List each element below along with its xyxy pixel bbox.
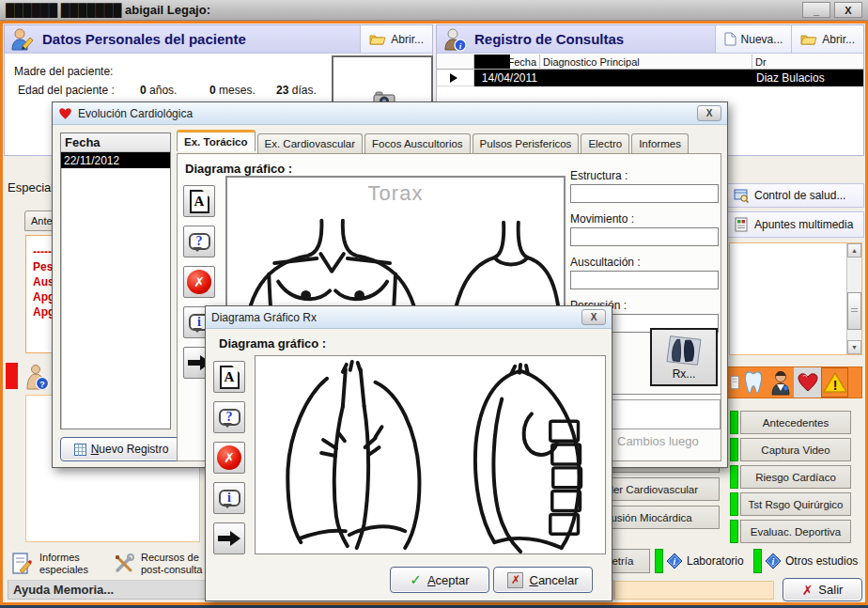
cardiology-tool-button-active[interactable] <box>794 367 821 398</box>
evaluacion-deportiva-button[interactable]: Evaluac. Deportiva <box>740 520 851 543</box>
cancel-x-icon: ✗ <box>507 572 523 588</box>
svg-text:i: i <box>772 556 775 567</box>
dialog-close-button[interactable]: X <box>697 105 721 121</box>
letter-a-icon: A <box>190 190 209 213</box>
rx-diagram-canvas[interactable] <box>255 355 606 554</box>
otros-estudios-button[interactable]: i Otros estudios <box>765 549 858 573</box>
clear-button[interactable]: ✗ <box>213 442 245 474</box>
edad-anios: 0 años. <box>140 84 177 97</box>
next-button[interactable] <box>213 522 245 554</box>
diagrama-label: Diagrama gráfico : <box>219 336 326 351</box>
control-salud-button[interactable]: Control de salud... <box>727 183 864 208</box>
torax-caption: Torax <box>227 181 564 206</box>
person-info-icon: i <box>442 27 467 52</box>
svg-text:i: i <box>674 556 676 567</box>
doctor-tool-button[interactable] <box>767 367 794 398</box>
dialog-titlebar[interactable]: Evolución Cardiológica X <box>53 102 727 125</box>
abrir-paciente-button[interactable]: Abrir... <box>360 25 432 53</box>
abrir-consulta-button[interactable]: Abrir... <box>791 25 863 53</box>
indicator-otros <box>753 549 762 573</box>
exit-x-icon: ✗ <box>802 583 814 598</box>
window-titlebar: ██████ ███████ abigail Legajo: _ X <box>0 0 868 21</box>
row-diagnostico <box>540 70 752 86</box>
svg-text:!: ! <box>832 378 837 393</box>
lungs-sketch <box>256 356 605 553</box>
fecha-listbox[interactable]: Fecha 22/11/2012 <box>60 133 171 429</box>
tab-electro[interactable]: Electro <box>581 133 629 153</box>
question-bubble-icon: ? <box>219 409 240 426</box>
thumb-grip <box>851 308 858 312</box>
tab-focos-auscultorios[interactable]: Focos Auscultorios <box>364 133 471 153</box>
info-button[interactable]: i <box>213 482 245 514</box>
aceptar-button[interactable]: ✓ Aceptar <box>390 567 489 593</box>
tst-riesgo-button[interactable]: Tst Rsgo Quirúrgico <box>740 492 851 516</box>
consultas-table-header: Fecha Diagnostico Principal Dr <box>437 55 863 70</box>
nuevo-registro-button[interactable]: Nuevo Registro <box>60 437 182 461</box>
auscultacion-input[interactable] <box>570 271 719 289</box>
informes-especiales-button[interactable]: Informesespeciales <box>11 548 109 580</box>
row-selector-cell <box>437 70 474 86</box>
tab-pulsos-perisfericos[interactable]: Pulsos Perisfericos <box>473 133 580 153</box>
datos-personales-header: Datos Personales del paciente Abrir... <box>5 25 432 54</box>
apuntes-multimedia-button[interactable]: Apuntes multimedia <box>727 211 864 238</box>
movimiento-input[interactable] <box>570 227 719 246</box>
scroll-thumb[interactable] <box>847 292 861 330</box>
body-question-icon[interactable]: ? <box>23 363 50 391</box>
row-dr: Diaz Bulacios <box>752 70 863 86</box>
new-document-icon <box>724 32 736 46</box>
dialog-close-button[interactable]: X <box>581 309 606 325</box>
letter-a-icon: A <box>220 366 240 389</box>
fecha-list-header: Fecha <box>61 133 170 152</box>
scrollbar[interactable]: ▲ ▼ <box>846 243 861 354</box>
dialog-titlebar[interactable]: Diagrama Gráfico Rx X <box>206 306 612 329</box>
minimize-button[interactable]: _ <box>802 2 830 18</box>
scroll-down-button[interactable]: ▼ <box>847 340 861 354</box>
captura-video-button[interactable]: Captura Video <box>740 438 851 461</box>
clipped-document-icon[interactable] <box>728 367 739 398</box>
indicator-evaluacion <box>730 520 738 543</box>
tab-ex-toracico[interactable]: Ex. Torácico <box>177 130 256 151</box>
dental-tool-button[interactable] <box>739 367 767 398</box>
help-button[interactable]: ? <box>183 226 215 257</box>
indicator-antecedentes <box>730 411 738 434</box>
alert-red-bar <box>6 363 18 389</box>
open-folder-icon <box>800 33 817 46</box>
consulta-row[interactable]: 14/04/2011 Diaz Bulacios <box>437 70 863 86</box>
red-x-circle-icon: ✗ <box>217 445 241 470</box>
warning-icon: ! <box>823 371 847 394</box>
help-button[interactable]: ? <box>213 401 245 433</box>
selected-row-band: 14/04/2011 Diaz Bulacios <box>474 70 863 86</box>
health-check-icon <box>734 188 749 203</box>
col-diagnostico: Diagnostico Principal <box>540 55 752 70</box>
edad-label: Edad del paciente : <box>18 84 115 97</box>
laboratorio-button[interactable]: i Laboratorio <box>666 549 744 573</box>
annotate-text-button[interactable]: A <box>183 185 215 217</box>
cambios-luego-text: Cambios luego <box>617 434 699 448</box>
clear-button[interactable]: ✗ <box>183 266 215 298</box>
cancelar-button[interactable]: ✗ Cancelar <box>493 567 593 593</box>
col-selector <box>437 55 474 70</box>
heart-icon <box>797 372 819 393</box>
panel-title: Datos Personales del paciente <box>42 31 246 47</box>
exam-tabs: Ex. Torácico Ex. Cardiovascular Focos Au… <box>177 133 723 153</box>
salir-button[interactable]: ✗ Salir <box>783 578 862 601</box>
estructura-input[interactable] <box>570 184 719 203</box>
tooth-icon <box>743 370 764 395</box>
multimedia-listbox[interactable]: ▲ ▼ <box>729 242 862 355</box>
tab-ex-cardiovascular[interactable]: Ex. Cardiovascular <box>257 133 364 153</box>
close-button[interactable]: X <box>834 2 862 18</box>
fecha-list-item-selected[interactable]: 22/11/2012 <box>61 152 170 168</box>
antecedentes-button[interactable]: Antecedentes <box>740 411 851 434</box>
row-selector-arrow-icon <box>450 73 457 83</box>
indicator-captura <box>730 438 738 461</box>
rx-button[interactable]: Rx... <box>650 328 718 386</box>
warning-tool-button[interactable]: ! <box>821 367 848 398</box>
status-input[interactable] <box>614 581 774 600</box>
tab-informes[interactable]: Informes <box>631 133 689 153</box>
patient-name-redacted: ██████ ███████ <box>6 3 121 17</box>
scroll-up-button[interactable]: ▲ <box>847 243 861 257</box>
riesgo-cardiaco-button[interactable]: Riesgo Cardíaco <box>740 465 851 489</box>
nueva-consulta-button[interactable]: Nueva... <box>715 25 792 53</box>
application-window: ██████ ███████ abigail Legajo: _ X Datos… <box>0 0 868 608</box>
annotate-text-button[interactable]: A <box>213 361 245 393</box>
